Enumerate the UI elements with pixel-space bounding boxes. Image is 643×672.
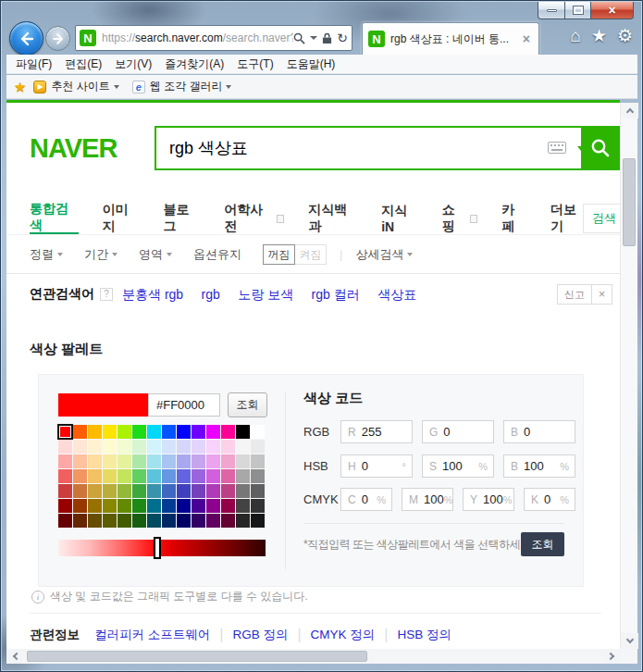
search-button[interactable] (581, 126, 620, 170)
palette-cell[interactable] (147, 469, 161, 483)
palette-cell[interactable] (58, 499, 72, 513)
palette-cell[interactable] (132, 469, 146, 483)
palette-cell[interactable] (236, 499, 250, 513)
palette-cell[interactable] (221, 425, 235, 439)
palette-cell[interactable] (192, 499, 205, 513)
menu-help[interactable]: 도움말(H) (287, 56, 336, 72)
palette-cell[interactable] (117, 454, 131, 468)
palette-cell[interactable] (88, 440, 102, 454)
add-favorite-icon[interactable]: ★ (14, 79, 26, 95)
vertical-scroll-thumb[interactable] (623, 158, 636, 246)
palette-cell[interactable] (132, 499, 146, 513)
hsb-s-input[interactable]: S100% (422, 454, 494, 478)
tab-close-icon[interactable]: × (520, 31, 533, 46)
related-info-link[interactable]: RGB 정의 (232, 627, 288, 643)
palette-lookup-button[interactable]: 조회 (228, 392, 267, 417)
rgb-b-input[interactable]: B0 (503, 420, 575, 443)
search-option-button[interactable]: 검색 (583, 204, 620, 233)
palette-cell[interactable] (177, 484, 191, 498)
hsb-h-input[interactable]: H0° (340, 454, 413, 478)
palette-cell[interactable] (117, 514, 131, 528)
palette-cell[interactable] (206, 454, 220, 468)
tab-blog[interactable]: 블로그 (164, 203, 201, 234)
palette-cell[interactable] (206, 440, 220, 454)
palette-cell[interactable] (206, 469, 220, 483)
palette-cell[interactable] (177, 514, 191, 528)
palette-cell[interactable] (236, 425, 250, 439)
palette-cell[interactable] (73, 440, 87, 454)
palette-cell[interactable] (88, 499, 102, 513)
period-filter[interactable]: 기간 (84, 246, 117, 263)
address-bar[interactable]: N https://search.naver.com/search.naver?… (75, 25, 352, 51)
settings-gear-icon[interactable]: ⚙ (617, 25, 633, 47)
option-on-button[interactable]: 켜짐 (294, 244, 327, 265)
favorites-star-icon[interactable]: ★ (591, 25, 607, 47)
sort-filter[interactable]: 정렬 (30, 246, 63, 263)
related-info-link[interactable]: HSB 정의 (398, 627, 452, 643)
palette-cell[interactable] (147, 454, 161, 468)
palette-cell[interactable] (73, 469, 87, 483)
palette-cell[interactable] (88, 484, 102, 498)
palette-cell[interactable] (117, 425, 131, 439)
shade-slider[interactable] (58, 540, 266, 556)
palette-cell[interactable] (58, 469, 72, 483)
palette-cell[interactable] (117, 469, 131, 483)
palette-cell[interactable] (132, 454, 146, 468)
tab-all[interactable]: 통합검색 (30, 203, 79, 234)
menu-file[interactable]: 파일(F) (16, 56, 52, 72)
palette-cell[interactable] (147, 514, 161, 528)
horizontal-scroll-thumb[interactable] (27, 651, 367, 662)
palette-cell[interactable] (162, 514, 176, 528)
palette-cell[interactable] (236, 469, 250, 483)
palette-cell[interactable] (221, 499, 235, 513)
palette-cell[interactable] (206, 484, 220, 498)
related-term-link[interactable]: rgb 컬러 (312, 287, 360, 302)
tab-cafe[interactable]: 카페 (501, 203, 526, 234)
palette-cell[interactable] (73, 484, 87, 498)
palette-cell[interactable] (206, 499, 220, 513)
related-info-link[interactable]: 컬러피커 소프트웨어 (94, 627, 210, 643)
palette-cell[interactable] (206, 514, 220, 528)
palette-cell[interactable] (177, 425, 191, 439)
palette-cell[interactable] (117, 484, 131, 498)
palette-cell[interactable] (192, 514, 205, 528)
palette-cell[interactable] (162, 469, 176, 483)
related-term-link[interactable]: 색상표 (377, 287, 416, 302)
palette-cell[interactable] (117, 499, 131, 513)
search-icon[interactable] (293, 32, 305, 44)
tab-image[interactable]: 이미지 (103, 203, 140, 234)
advanced-search[interactable]: 상세검색 (355, 246, 413, 263)
palette-cell[interactable] (192, 484, 205, 498)
palette-cell[interactable] (88, 469, 102, 483)
maximize-button[interactable] (565, 2, 591, 19)
palette-cell[interactable] (251, 469, 265, 483)
palette-cell[interactable] (221, 469, 235, 483)
palette-cell[interactable] (73, 514, 87, 528)
address-dropdown-icon[interactable] (310, 36, 317, 40)
report-button[interactable]: 신고 (557, 284, 592, 305)
palette-cell[interactable] (58, 514, 72, 528)
menu-edit[interactable]: 편집(E) (65, 56, 102, 72)
palette-cell[interactable] (73, 454, 87, 468)
palette-cell[interactable] (177, 454, 191, 468)
suggested-sites-icon[interactable]: ▶ (33, 81, 46, 93)
close-button[interactable]: × (591, 2, 634, 19)
palette-cell[interactable] (192, 454, 205, 468)
palette-cell[interactable] (147, 484, 161, 498)
palette-cell[interactable] (103, 425, 117, 439)
palette-cell[interactable] (147, 499, 161, 513)
option-off-button[interactable]: 꺼짐 (263, 244, 295, 265)
forward-button[interactable] (45, 26, 70, 51)
scroll-up-button[interactable] (621, 103, 638, 118)
palette-cell[interactable] (251, 454, 265, 468)
menu-favorites[interactable]: 즐겨찾기(A) (165, 56, 224, 72)
code-lookup-button[interactable]: 조회 (521, 532, 564, 556)
palette-cell[interactable] (147, 440, 161, 454)
palette-cell[interactable] (58, 484, 72, 498)
cmyk-k-input[interactable]: K0% (524, 488, 575, 511)
web-slice-gallery-button[interactable]: 웹 조각 갤러리 (150, 79, 223, 94)
palette-cell[interactable] (177, 469, 191, 483)
scroll-right-button[interactable] (603, 649, 620, 664)
suggested-sites-button[interactable]: 추천 사이트 (51, 79, 109, 94)
menu-tools[interactable]: 도구(T) (237, 56, 273, 72)
